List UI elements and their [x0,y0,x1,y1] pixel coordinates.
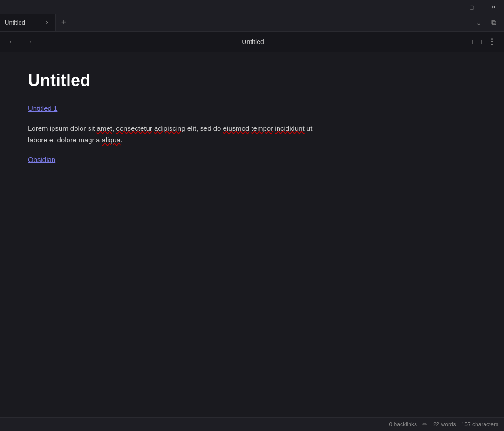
note-title: Untitled [28,71,476,90]
maximize-button[interactable]: ▢ [461,0,483,14]
note-link-2-container: Obsidian [28,155,476,164]
reader-view-button[interactable]: □□ [470,35,484,48]
more-options-button[interactable] [485,35,498,48]
tab-bar: Untitled ✕ + ⌄ ⧉ [0,14,504,32]
tab-close-button[interactable]: ✕ [43,19,51,27]
nav-right: □□ [470,35,498,48]
title-bar: − ▢ ✕ [0,0,504,14]
text-cursor [61,105,61,113]
spell-word-tempor: tempor [251,124,273,132]
note-link-1-container: Untitled 1 [28,104,476,113]
main-content: Untitled Untitled 1 Lorem ipsum dolor si… [0,52,504,417]
close-button[interactable]: ✕ [483,0,504,14]
minimize-button[interactable]: − [440,0,461,14]
spell-word-aliqua: aliqua [102,136,120,144]
note-body: Lorem ipsum dolor sit amet, consectetur … [28,122,476,146]
spell-word-amet: amet [97,124,112,132]
spell-word-eiusmod: eiusmod [223,124,250,132]
split-view-button[interactable]: ⧉ [487,16,500,29]
word-count: 22 words [433,421,456,428]
three-dots-icon [491,38,493,45]
forward-button[interactable]: → [22,35,35,48]
back-button[interactable]: ← [6,35,19,48]
note-link-1[interactable]: Untitled 1 [28,104,57,112]
new-tab-button[interactable]: + [56,15,72,31]
nav-title: Untitled [39,38,467,46]
backlinks-count: 0 backlinks [389,421,417,428]
spell-word-incididunt: incididunt [275,124,304,132]
char-count: 157 characters [462,421,498,428]
edit-status: ✏ [422,421,428,428]
active-tab[interactable]: Untitled ✕ [0,14,56,31]
edit-icon: ✏ [422,421,428,428]
tab-bar-right: ⌄ ⧉ [472,16,504,29]
word-count-status: 22 words [433,421,456,428]
note-link-2[interactable]: Obsidian [28,155,55,163]
title-bar-controls: − ▢ ✕ [440,0,504,14]
tab-label: Untitled [5,19,25,26]
backlinks-status: 0 backlinks [389,421,417,428]
status-bar: 0 backlinks ✏ 22 words 157 characters [0,417,504,431]
char-count-status: 157 characters [462,421,498,428]
nav-bar: ← → Untitled □□ [0,32,504,52]
spell-word-adipiscing: adipiscing [154,124,185,132]
tab-dropdown-button[interactable]: ⌄ [472,16,485,29]
spell-word-consectetur: consectetur [116,124,152,132]
